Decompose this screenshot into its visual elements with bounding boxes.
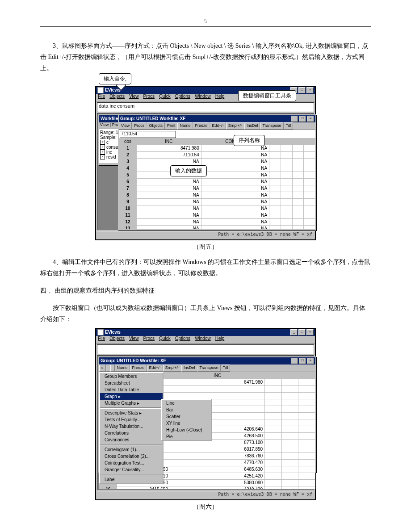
submenu-item[interactable]: Line (162, 400, 211, 406)
max-button[interactable]: □ (299, 358, 306, 364)
menu-quick[interactable]: Quick (159, 94, 171, 101)
menu-options[interactable]: Options (175, 94, 190, 101)
cell[interactable]: 4219.420 (170, 486, 265, 489)
menu-procs[interactable]: Procs (143, 336, 155, 343)
submenu-item[interactable]: XY line (162, 420, 211, 427)
menu-file[interactable]: File (98, 94, 105, 101)
tool-button[interactable]: Edit+/- (147, 364, 163, 372)
cell[interactable]: NA (137, 185, 201, 192)
menu-quick[interactable]: Quick (159, 336, 171, 343)
tool-button[interactable] (110, 364, 115, 372)
cell[interactable]: NA (201, 198, 269, 205)
tool-button[interactable]: InsDel (181, 364, 197, 372)
menu-help[interactable]: Help (215, 336, 225, 343)
view-menu[interactable]: Group MembersSpreadsheetDated Data Table… (99, 372, 164, 484)
cell[interactable]: NA (137, 158, 201, 165)
tool-button[interactable]: Print (165, 122, 178, 130)
tool-button[interactable]: Transpose (260, 122, 283, 130)
tool-button[interactable] (106, 364, 110, 372)
tool-button[interactable]: Name (177, 122, 193, 130)
tool-button[interactable]: Procs (132, 122, 147, 130)
menu-item[interactable]: Group Members (100, 373, 163, 380)
cell-edit-box[interactable]: 7110.54 (120, 131, 176, 138)
cell[interactable]: NA (137, 218, 201, 225)
cell[interactable]: 3415.650 (117, 486, 170, 489)
cell[interactable]: 7836.760 (170, 452, 265, 459)
max-button[interactable]: □ (298, 329, 306, 335)
command-input[interactable] (97, 344, 314, 354)
menu-objects[interactable]: Objects (109, 336, 125, 343)
menu-item[interactable]: Graph ▸ (100, 393, 163, 400)
menu-file[interactable]: File (98, 336, 105, 343)
submenu-item[interactable]: Bar (162, 406, 211, 413)
tool-button[interactable]: Titl (221, 364, 231, 372)
cell[interactable]: NA (201, 218, 269, 225)
cell[interactable]: NA (201, 172, 269, 178)
submenu-item[interactable]: High-Low (-Close) (162, 427, 211, 433)
min-button[interactable]: _ (291, 116, 298, 122)
graph-submenu[interactable]: LineBarScatterXY lineHigh-Low (-Close)Pi… (161, 399, 212, 441)
cell[interactable]: 5380.080 (170, 479, 265, 486)
tool-button[interactable]: View (119, 122, 132, 130)
tool-button[interactable]: Smpl+/- (163, 364, 181, 372)
menu-item[interactable]: Multiple Graphs ▸ (100, 400, 163, 406)
menu-view[interactable]: View (129, 94, 139, 101)
cell[interactable]: NA (201, 225, 269, 229)
cell[interactable]: NA (201, 192, 269, 198)
max-button[interactable]: □ (298, 87, 306, 93)
menu-procs[interactable]: Procs (143, 94, 155, 101)
cell[interactable]: 6485.630 (170, 466, 265, 473)
cell[interactable]: 6017.850 (170, 446, 265, 452)
menu-item[interactable]: Correlogram (1)... (100, 446, 163, 453)
close-button[interactable]: × (306, 329, 314, 335)
min-button[interactable]: _ (291, 358, 298, 364)
wf-item[interactable]: c (106, 140, 109, 145)
cell[interactable]: NA (137, 192, 201, 198)
menu-item[interactable]: Spreadsheet (100, 380, 163, 386)
min-button[interactable]: _ (290, 329, 298, 335)
close-button[interactable]: × (307, 116, 314, 122)
submenu-item[interactable]: Pie (162, 433, 211, 440)
cell[interactable]: NA (137, 225, 201, 229)
menu-item[interactable]: Descriptive Stats ▸ (100, 410, 163, 416)
wf-item[interactable]: resid (106, 155, 116, 159)
cell[interactable]: NA (201, 205, 269, 212)
cell[interactable]: 4770.470 (170, 459, 265, 466)
tool-button[interactable]: Transpose (197, 364, 221, 372)
menu-item[interactable]: Dated Data Table (100, 386, 163, 393)
menu-item[interactable]: Granger Causality... (100, 466, 163, 473)
menu-window[interactable]: Window (195, 94, 211, 101)
cell[interactable]: 8471.980 (170, 379, 265, 385)
menu-options[interactable]: Options (175, 336, 190, 343)
cell[interactable]: 4251.420 (170, 473, 265, 479)
submenu-item[interactable]: Scatter (162, 413, 211, 420)
menu-view[interactable]: View (129, 336, 139, 343)
cell[interactable] (170, 385, 265, 392)
menu-objects[interactable]: Objects (109, 94, 125, 101)
tool-button[interactable]: Smpl+/- (226, 122, 244, 130)
menu-item[interactable]: Cross Correlation (2)... (100, 453, 163, 460)
menu-window[interactable]: Window (195, 336, 211, 343)
cell[interactable]: NA (201, 178, 269, 185)
spreadsheet[interactable]: 7110.54 obsINCCONSUM18471.980NA27110.54N… (119, 130, 315, 229)
menu-item[interactable]: Correlations (100, 430, 163, 436)
tool-button[interactable]: Freeze (193, 122, 210, 130)
tool-button[interactable]: s (99, 364, 106, 372)
spreadsheet[interactable]: INC8471.9804206.6404268.5008773.1006017.… (99, 372, 315, 489)
menu-item[interactable]: N-Way Tabulation... (100, 423, 163, 430)
menu-help[interactable]: Help (215, 94, 225, 101)
cell[interactable]: NA (137, 212, 201, 218)
cell[interactable]: NA (201, 158, 269, 165)
menu-item[interactable]: Cointegration Test... (100, 460, 163, 466)
tool-button[interactable]: Titl (284, 122, 294, 130)
menu-item[interactable]: Covariances (100, 436, 163, 443)
cell[interactable]: NA (137, 178, 201, 185)
cell[interactable] (170, 392, 265, 399)
cell[interactable]: NA (201, 165, 269, 172)
cell[interactable]: NA (137, 198, 201, 205)
close-button[interactable]: × (306, 87, 314, 93)
tool-button[interactable]: InsDel (244, 122, 260, 130)
cell[interactable]: NA (137, 205, 201, 212)
cell[interactable]: NA (201, 151, 269, 158)
tool-button[interactable]: Name (115, 364, 130, 372)
